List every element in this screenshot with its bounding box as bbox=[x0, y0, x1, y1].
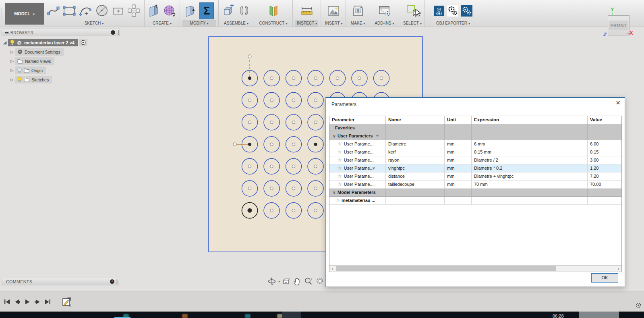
param-expression-cell[interactable]: 70 mm bbox=[472, 181, 588, 189]
sketch-center-point[interactable] bbox=[314, 121, 317, 124]
tree-row-document-settings[interactable]: ▷ Document Settings bbox=[2, 47, 122, 56]
model-parameters-section-row[interactable]: Model Parameters bbox=[329, 189, 621, 197]
construct-menu[interactable]: CONSTRUCT bbox=[257, 20, 290, 27]
orbit-icon[interactable] bbox=[267, 277, 276, 286]
windows-taskbar[interactable]: 06:28 bbox=[0, 312, 644, 318]
measure-tool-icon[interactable] bbox=[300, 4, 314, 18]
param-expression-cell[interactable]: Diametre * 0.2 bbox=[472, 164, 588, 173]
scripts-addins-tool-icon[interactable]: >_ bbox=[378, 4, 391, 18]
param-unit-cell[interactable]: mm bbox=[445, 148, 472, 156]
assemble-menu[interactable]: ASSEMBLE bbox=[221, 20, 251, 27]
taskbar-app-icon[interactable] bbox=[245, 314, 251, 318]
table-row-highlighted[interactable]: User Parame... vinghtpc mm Diametre * 0.… bbox=[329, 164, 621, 173]
param-name-cell[interactable]: distance bbox=[386, 173, 445, 181]
col-header-name[interactable]: Name bbox=[386, 116, 445, 124]
go-to-start-button[interactable] bbox=[4, 299, 10, 305]
sketch-center-point[interactable] bbox=[314, 209, 317, 212]
sketch-center-point[interactable] bbox=[336, 77, 339, 79]
gear-cluster-tool-icon[interactable] bbox=[461, 5, 472, 17]
sketch-center-point[interactable] bbox=[248, 121, 251, 124]
viewcube-front-face[interactable]: FRONT bbox=[609, 21, 628, 30]
panel-grip[interactable] bbox=[117, 30, 119, 35]
sketch-center-point[interactable] bbox=[314, 187, 317, 190]
sketch-center-point[interactable] bbox=[314, 99, 317, 102]
col-header-value[interactable]: Value bbox=[588, 116, 621, 124]
taskbar-active-app[interactable] bbox=[282, 312, 301, 318]
3d-print-tool-icon[interactable] bbox=[352, 4, 364, 18]
extrude-tool-icon[interactable] bbox=[148, 4, 160, 18]
sketch-center-point[interactable] bbox=[270, 143, 273, 146]
bulb-on-icon[interactable] bbox=[17, 77, 22, 83]
expander-closed-icon[interactable]: ▷ bbox=[9, 77, 15, 82]
expander-closed-icon[interactable]: ▷ bbox=[9, 68, 15, 73]
zoom-window-icon[interactable] bbox=[315, 277, 325, 286]
param-unit-cell[interactable]: mm bbox=[445, 181, 472, 189]
rectangle-tool-icon[interactable] bbox=[62, 4, 76, 18]
circle-tool-icon[interactable] bbox=[95, 4, 109, 18]
col-header-unit[interactable]: Unit bbox=[445, 116, 472, 124]
change-parameters-tool[interactable]: Σ bbox=[199, 2, 214, 19]
step-forward-button[interactable] bbox=[34, 299, 41, 305]
zoom-icon[interactable]: ± bbox=[304, 277, 313, 286]
workspace-switcher[interactable]: MODEL bbox=[5, 3, 44, 25]
press-pull-tool-icon[interactable] bbox=[184, 4, 197, 18]
mesh-sphere-tool-icon[interactable] bbox=[163, 4, 176, 18]
param-name-cell[interactable]: tailledecoupe bbox=[386, 181, 445, 189]
param-unit-cell[interactable]: mm bbox=[445, 173, 472, 181]
chevron-right-icon[interactable] bbox=[336, 197, 341, 204]
insert-menu[interactable]: INSERT bbox=[323, 20, 343, 27]
taskbar-tray-segment[interactable] bbox=[579, 312, 619, 318]
favorite-star-icon[interactable] bbox=[338, 156, 342, 164]
sketch-center-point[interactable] bbox=[270, 99, 273, 102]
expander-closed-icon[interactable]: ▷ bbox=[9, 50, 15, 54]
param-name-cell[interactable]: kerf bbox=[386, 148, 445, 156]
expander-closed-icon[interactable]: ▷ bbox=[9, 59, 15, 63]
collapse-panel-icon[interactable]: ◀◀ bbox=[4, 31, 8, 34]
chevron-down-icon[interactable] bbox=[332, 189, 337, 196]
scrollbar-thumb[interactable] bbox=[336, 266, 556, 271]
sketch-center-point[interactable] bbox=[358, 77, 361, 79]
sketch-center-point[interactable] bbox=[248, 143, 251, 146]
sketch-menu[interactable]: SKETCH bbox=[46, 20, 142, 27]
add-parameter-icon[interactable] bbox=[376, 132, 379, 140]
param-expression-cell[interactable]: 0.15 mm bbox=[472, 148, 588, 156]
sketch-center-point[interactable] bbox=[270, 187, 273, 190]
param-expression-cell[interactable]: 6 mm bbox=[472, 140, 588, 148]
create-menu[interactable]: CREATE bbox=[147, 20, 177, 27]
sketch-center-point[interactable] bbox=[292, 121, 295, 124]
scroll-right-icon[interactable] bbox=[615, 266, 621, 272]
table-row[interactable]: User Parame... kerf mm 0.15 mm 0.15 bbox=[329, 148, 621, 156]
delete-parameter-icon[interactable] bbox=[373, 164, 375, 172]
sketch-center-point[interactable] bbox=[292, 143, 295, 146]
table-row[interactable]: User Parame... Diametre mm 6 mm 6.00 bbox=[329, 140, 621, 148]
toolbar-grip[interactable] bbox=[0, 0, 5, 27]
sketch-center-point[interactable] bbox=[292, 77, 295, 79]
joint-tool-icon[interactable] bbox=[238, 4, 250, 18]
bulb-on-icon[interactable] bbox=[10, 39, 14, 46]
table-row[interactable]: User Parame... tailledecoupe mm 70 mm 70… bbox=[329, 181, 621, 189]
minimize-panel-icon[interactable]: − bbox=[111, 30, 115, 35]
sketch-center-point[interactable] bbox=[248, 187, 251, 190]
col-header-expression[interactable]: Expression bbox=[472, 116, 588, 124]
scroll-left-icon[interactable] bbox=[329, 266, 335, 272]
table-row[interactable]: User Parame... distance mm Diametre + vi… bbox=[329, 173, 621, 181]
viewcube[interactable]: FRONT bbox=[608, 15, 630, 35]
param-name-cell[interactable]: Diametre bbox=[386, 140, 445, 148]
sketch-center-point[interactable] bbox=[248, 208, 252, 213]
param-unit-cell[interactable]: mm bbox=[445, 156, 472, 164]
sketch-center-point[interactable] bbox=[292, 165, 295, 168]
add-comment-icon[interactable]: + bbox=[110, 279, 114, 284]
tree-row-origin[interactable]: ▷ Origin bbox=[2, 66, 122, 75]
sketch-center-point[interactable] bbox=[248, 99, 251, 102]
favorite-star-icon[interactable] bbox=[338, 148, 342, 156]
tree-row-root[interactable]: ◢ metamateriau laser 2 v4 bbox=[2, 38, 122, 47]
play-button[interactable] bbox=[24, 299, 31, 305]
param-unit-cell[interactable]: mm bbox=[445, 164, 472, 173]
modify-menu[interactable]: MODIFY bbox=[182, 20, 216, 27]
param-unit-cell[interactable]: mm bbox=[445, 140, 472, 148]
favorite-star-icon[interactable] bbox=[338, 181, 342, 188]
chevron-down-icon[interactable]: ▾ bbox=[278, 280, 280, 283]
sketch-center-point[interactable] bbox=[314, 165, 317, 168]
model-component-row[interactable]: metamateriau ... bbox=[329, 197, 621, 205]
favorites-section-row[interactable]: Favorites bbox=[329, 124, 621, 132]
